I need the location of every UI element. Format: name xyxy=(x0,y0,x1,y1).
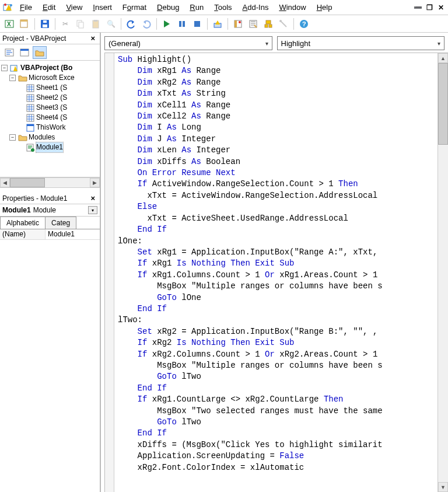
svg-point-2 xyxy=(10,4,12,6)
tree-root[interactable]: − VBAProject (Bo xyxy=(1,63,99,73)
project-explorer-button[interactable] xyxy=(231,17,245,31)
tab-alphabetic[interactable]: Alphabetic xyxy=(0,217,46,229)
menu-addins[interactable]: Add-Ins xyxy=(238,1,274,13)
undo-button[interactable] xyxy=(124,17,138,31)
paste-button[interactable] xyxy=(89,17,103,31)
toolbar-separator xyxy=(55,18,55,30)
svg-rect-9 xyxy=(43,20,47,23)
object-browser-button[interactable] xyxy=(261,17,275,31)
chevron-down-icon: ▾ xyxy=(265,40,268,47)
collapse-icon[interactable]: − xyxy=(1,65,8,71)
reset-button[interactable] xyxy=(190,17,204,31)
scroll-thumb[interactable] xyxy=(438,63,448,145)
properties-panel: Module1 Module ▾ Alphabetic Categ (Name)… xyxy=(0,204,100,492)
svg-rect-15 xyxy=(183,21,185,27)
properties-panel-close[interactable]: × xyxy=(88,194,97,203)
code-editor[interactable]: Sub Highlight() Dim xRg1 As Range Dim xR… xyxy=(104,53,448,492)
chevron-down-icon[interactable]: ▾ xyxy=(88,206,97,214)
scroll-down-icon[interactable]: ▼ xyxy=(438,482,448,492)
svg-text:?: ? xyxy=(302,20,306,27)
properties-panel-title-label: Properties - Module1 xyxy=(2,194,67,203)
cut-button[interactable]: ✂ xyxy=(58,17,72,31)
svg-rect-19 xyxy=(235,20,237,27)
toggle-folders-button[interactable] xyxy=(33,46,47,59)
view-excel-button[interactable]: X xyxy=(2,17,16,31)
svg-rect-32 xyxy=(27,85,34,92)
menu-tools[interactable]: Tools xyxy=(209,1,236,13)
mdi-restore-button[interactable]: ❐ xyxy=(425,4,434,12)
main-area: Project - VBAProject × − VBAProject (Bo … xyxy=(0,33,448,492)
worksheet-icon xyxy=(26,113,35,123)
scroll-right-icon[interactable]: ▶ xyxy=(90,178,100,187)
tree-sheet[interactable]: Sheet1 (S xyxy=(1,83,99,93)
tree-modules-folder[interactable]: − Modules xyxy=(1,132,99,142)
scroll-up-icon[interactable]: ▲ xyxy=(438,53,448,63)
tree-thisworkbook[interactable]: ThisWork xyxy=(1,123,99,132)
collapse-icon[interactable]: − xyxy=(9,134,16,141)
menu-debug[interactable]: Debug xyxy=(152,1,184,13)
project-panel-close[interactable]: × xyxy=(88,34,97,43)
mdi-minimize-button[interactable]: ➖ xyxy=(413,4,422,12)
scroll-track[interactable] xyxy=(438,63,448,482)
menu-run[interactable]: Run xyxy=(185,1,208,13)
toolbox-button[interactable] xyxy=(276,17,290,31)
tab-categorized[interactable]: Categ xyxy=(45,217,76,229)
property-row[interactable]: (Name) Module1 xyxy=(0,229,100,240)
tree-modules-label: Modules xyxy=(29,132,55,142)
object-dropdown[interactable]: (General) ▾ xyxy=(104,36,272,50)
menu-help[interactable]: Help xyxy=(312,1,337,13)
design-mode-button[interactable] xyxy=(211,17,225,31)
toolbar-separator xyxy=(207,18,208,30)
code-text[interactable]: Sub Highlight() Dim xRg1 As Range Dim xR… xyxy=(114,53,438,492)
find-button[interactable]: 🔍 xyxy=(104,17,118,31)
properties-window-button[interactable] xyxy=(246,17,260,31)
svg-rect-24 xyxy=(269,25,272,27)
properties-tabs: Alphabetic Categ xyxy=(0,217,100,229)
project-panel-title-label: Project - VBAProject xyxy=(2,34,66,43)
copy-button[interactable] xyxy=(74,17,88,31)
break-button[interactable] xyxy=(175,17,189,31)
redo-button[interactable] xyxy=(139,17,153,31)
project-hscrollbar[interactable]: ◀ ▶ xyxy=(0,177,100,188)
tree-module1[interactable]: Module1 xyxy=(1,142,99,152)
property-value[interactable]: Module1 xyxy=(46,229,100,239)
svg-point-1 xyxy=(4,4,6,6)
insert-module-button[interactable] xyxy=(18,17,32,31)
menu-edit[interactable]: Edit xyxy=(38,1,60,13)
run-button[interactable] xyxy=(160,17,174,31)
toolbar-separator xyxy=(121,18,121,30)
scroll-thumb[interactable] xyxy=(10,178,45,187)
tree-excel-label: Microsoft Exce xyxy=(29,73,75,83)
project-toolbar xyxy=(0,44,100,61)
menu-view[interactable]: View xyxy=(61,1,87,13)
view-object-button[interactable] xyxy=(18,46,32,59)
project-tree[interactable]: − VBAProject (Bo − Microsoft Exce Sheet1… xyxy=(0,61,100,177)
svg-rect-11 xyxy=(79,22,83,28)
code-gutter xyxy=(105,53,114,492)
properties-object-select[interactable]: Module1 Module ▾ xyxy=(0,204,100,217)
mdi-close-button[interactable]: ✕ xyxy=(436,4,446,12)
help-button[interactable]: ? xyxy=(297,17,311,31)
scroll-left-icon[interactable]: ◀ xyxy=(0,178,10,187)
scroll-track[interactable] xyxy=(45,178,90,187)
menu-format[interactable]: Format xyxy=(118,1,151,13)
tree-sheet[interactable]: Sheet3 (S xyxy=(1,103,99,113)
tree-thisworkbook-label: ThisWork xyxy=(36,123,65,132)
code-header: (General) ▾ Highlight ▾ xyxy=(101,33,448,53)
menubar: FFileile Edit View Insert Format Debug R… xyxy=(0,0,448,15)
toolbar-separator xyxy=(34,18,35,30)
view-code-button[interactable] xyxy=(2,46,16,59)
tree-sheet[interactable]: Sheet2 (S xyxy=(1,93,99,103)
collapse-icon[interactable]: − xyxy=(9,75,16,81)
menu-window[interactable]: Window xyxy=(274,1,310,13)
properties-selected-type: Module xyxy=(33,206,56,214)
code-vscrollbar[interactable]: ▲ ▼ xyxy=(438,53,448,492)
save-button[interactable] xyxy=(38,17,52,31)
procedure-dropdown[interactable]: Highlight ▾ xyxy=(277,36,445,50)
folder-icon xyxy=(18,133,27,142)
tree-sheet[interactable]: Sheet4 (S xyxy=(1,113,99,123)
left-column: Project - VBAProject × − VBAProject (Bo … xyxy=(0,33,101,492)
menu-file[interactable]: FFileile xyxy=(15,1,37,13)
menu-insert[interactable]: Insert xyxy=(88,1,117,13)
tree-excel-folder[interactable]: − Microsoft Exce xyxy=(1,73,99,83)
